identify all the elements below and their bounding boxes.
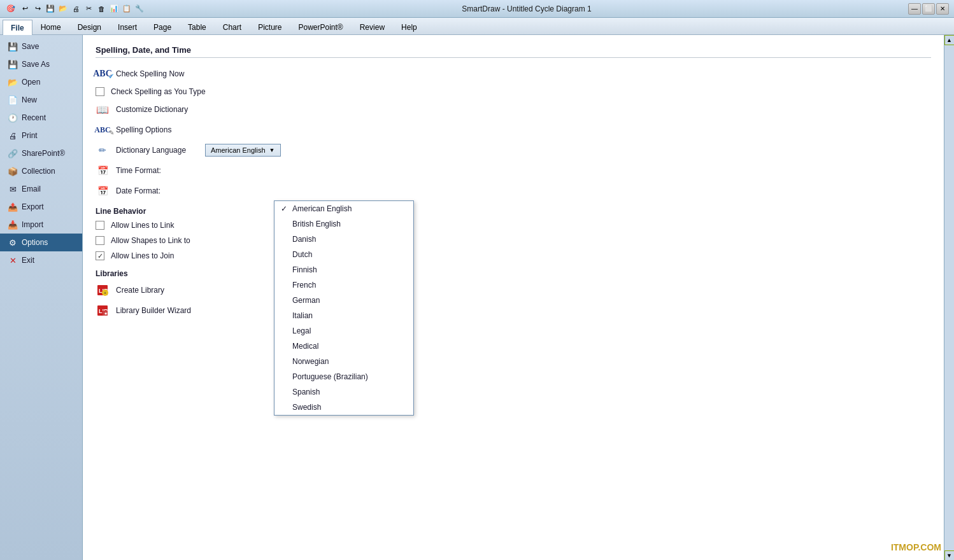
dropdown-item-legal[interactable]: Legal — [274, 323, 413, 339]
export-icon: 📤 — [8, 202, 18, 212]
create-library-row: LIB + Create Library — [96, 283, 931, 297]
print-quick-icon[interactable]: 🖨 — [70, 3, 82, 15]
dropdown-item-american-english[interactable]: American English — [274, 201, 413, 216]
undo-icon[interactable]: ↩ — [19, 3, 31, 15]
dropdown-item-dutch[interactable]: Dutch — [274, 247, 413, 262]
dropdown-item-norwegian[interactable]: Norwegian — [274, 354, 413, 369]
dropdown-arrow-icon: ▼ — [269, 147, 275, 153]
dropdown-item-medical[interactable]: Medical — [274, 339, 413, 354]
date-format-label: Date Format: — [116, 186, 199, 195]
extra-icon[interactable]: 📋 — [121, 3, 132, 15]
scroll-down-arrow[interactable]: ▼ — [944, 550, 955, 560]
print-icon: 🖨 — [8, 130, 18, 141]
import-icon: 📥 — [8, 220, 18, 230]
time-icon: 📅 — [96, 164, 110, 178]
tab-design[interactable]: Design — [69, 19, 110, 34]
open-quick-icon[interactable]: 📂 — [57, 3, 69, 15]
library-builder-row: LIB ★ Library Builder Wizard — [96, 304, 931, 318]
redo-icon[interactable]: ↪ — [32, 3, 43, 15]
tab-chart[interactable]: Chart — [215, 19, 250, 34]
dropdown-item-french[interactable]: French — [274, 277, 413, 293]
tab-help[interactable]: Help — [393, 19, 425, 34]
tab-powerpoint[interactable]: PowerPoint® — [290, 19, 351, 34]
libraries-header: Libraries — [96, 269, 931, 278]
dropdown-item-spanish[interactable]: Spanish — [274, 384, 413, 400]
tab-table[interactable]: Table — [180, 19, 215, 34]
sidebar-item-sharepoint[interactable]: 🔗 SharePoint® — [0, 144, 82, 162]
open-icon: 📂 — [8, 77, 18, 87]
exit-icon: ✕ — [8, 255, 18, 265]
close-button[interactable]: ✕ — [936, 3, 949, 15]
date-icon: 📅 — [96, 184, 110, 198]
spelling-options-label[interactable]: Spelling Options — [116, 125, 171, 134]
check-spelling-type-label: Check Spelling as You Type — [111, 87, 206, 96]
book-icon: 📖 — [96, 102, 110, 116]
tab-page[interactable]: Page — [145, 19, 180, 34]
quick-access-toolbar: ↩ ↪ 💾 📂 🖨 ✂ 🗑 📊 📋 🔧 — [19, 3, 145, 15]
abc-checkmark-icon: ABC ✓ — [96, 67, 110, 81]
dropdown-item-german[interactable]: German — [274, 293, 413, 308]
tab-file[interactable]: File — [3, 20, 32, 35]
new-icon: 📄 — [8, 95, 18, 105]
watermark: ITMOP.COM — [891, 542, 941, 552]
spelling-options-row: ABC ✎ Spelling Options — [96, 123, 931, 137]
sidebar-item-collection[interactable]: 📦 Collection — [0, 162, 82, 180]
sidebar-item-email[interactable]: ✉ Email — [0, 180, 82, 198]
sidebar-item-options[interactable]: ⚙ Options — [0, 234, 82, 251]
sidebar-item-recent[interactable]: 🕐 Recent — [0, 109, 82, 127]
allow-lines-join-checkbox[interactable] — [96, 251, 104, 260]
check-spelling-now-label[interactable]: Check Spelling Now — [116, 69, 184, 78]
svg-text:+: + — [104, 291, 106, 295]
sidebar-item-exit[interactable]: ✕ Exit — [0, 251, 82, 269]
allow-lines-link-checkbox[interactable] — [96, 221, 104, 230]
right-scrollbar[interactable]: ▲ ▼ — [944, 35, 954, 560]
allow-lines-link-row: Allow Lines to Link — [96, 221, 931, 230]
sidebar-item-new[interactable]: 📄 New — [0, 91, 82, 109]
sidebar-item-print[interactable]: 🖨 Print — [0, 127, 82, 144]
allow-shapes-link-row: Allow Shapes to Link to — [96, 236, 931, 245]
dropdown-item-portuguese[interactable]: Portuguese (Brazilian) — [274, 369, 413, 384]
library-builder-icon: LIB ★ — [96, 304, 110, 318]
allow-shapes-link-label: Allow Shapes to Link to — [111, 236, 190, 245]
library-builder-label[interactable]: Library Builder Wizard — [116, 306, 191, 315]
sidebar-item-saveas[interactable]: 💾 Save As — [0, 55, 82, 73]
scroll-up-arrow[interactable]: ▲ — [944, 35, 955, 45]
window-controls: — ⬜ ✕ — [908, 3, 949, 15]
line-behavior-header: Line Behavior — [96, 207, 931, 216]
save-icon: 💾 — [8, 41, 18, 52]
create-library-label[interactable]: Create Library — [116, 286, 164, 295]
sidebar-item-export[interactable]: 📤 Export — [0, 198, 82, 216]
more-icon[interactable]: 🔧 — [134, 3, 145, 15]
tab-review[interactable]: Review — [352, 19, 393, 34]
check-spelling-now-row: ABC ✓ Check Spelling Now — [96, 67, 931, 81]
allow-shapes-link-checkbox[interactable] — [96, 236, 104, 245]
chart-icon[interactable]: 📊 — [108, 3, 120, 15]
dictionary-language-row: ✏ Dictionary Language American English ▼ — [96, 143, 931, 157]
delete-icon[interactable]: 🗑 — [96, 3, 107, 15]
tab-insert[interactable]: Insert — [110, 19, 145, 34]
customize-dict-row: 📖 Customize Dictionary — [96, 102, 931, 116]
svg-text:★: ★ — [104, 311, 108, 316]
check-spelling-type-checkbox[interactable] — [96, 87, 104, 96]
check-spelling-type-row: Check Spelling as You Type — [96, 87, 931, 96]
dictionary-language-dropdown[interactable]: American English ▼ — [205, 144, 281, 157]
date-format-row: 📅 Date Format: — [96, 184, 931, 198]
dropdown-item-danish[interactable]: Danish — [274, 232, 413, 247]
dropdown-item-british-english[interactable]: British English — [274, 216, 413, 232]
dropdown-item-finnish[interactable]: Finnish — [274, 262, 413, 277]
sidebar-item-import[interactable]: 📥 Import — [0, 216, 82, 234]
dropdown-item-swedish[interactable]: Swedish — [274, 400, 413, 415]
dropdown-item-italian[interactable]: Italian — [274, 308, 413, 323]
save-quick-icon[interactable]: 💾 — [45, 3, 56, 15]
create-library-icon: LIB + — [96, 283, 110, 297]
cut-icon[interactable]: ✂ — [83, 3, 94, 15]
minimize-button[interactable]: — — [908, 3, 921, 15]
sidebar-item-open[interactable]: 📂 Open — [0, 73, 82, 91]
maximize-button[interactable]: ⬜ — [922, 3, 935, 15]
tab-home[interactable]: Home — [32, 19, 69, 34]
customize-dict-label[interactable]: Customize Dictionary — [116, 105, 188, 114]
dictionary-language-label: Dictionary Language — [116, 146, 199, 155]
tab-picture[interactable]: Picture — [250, 19, 290, 34]
sidebar-item-save[interactable]: 💾 Save — [0, 38, 82, 55]
sidebar: 💾 Save 💾 Save As 📂 Open 📄 New 🕐 Recent 🖨… — [0, 35, 83, 560]
